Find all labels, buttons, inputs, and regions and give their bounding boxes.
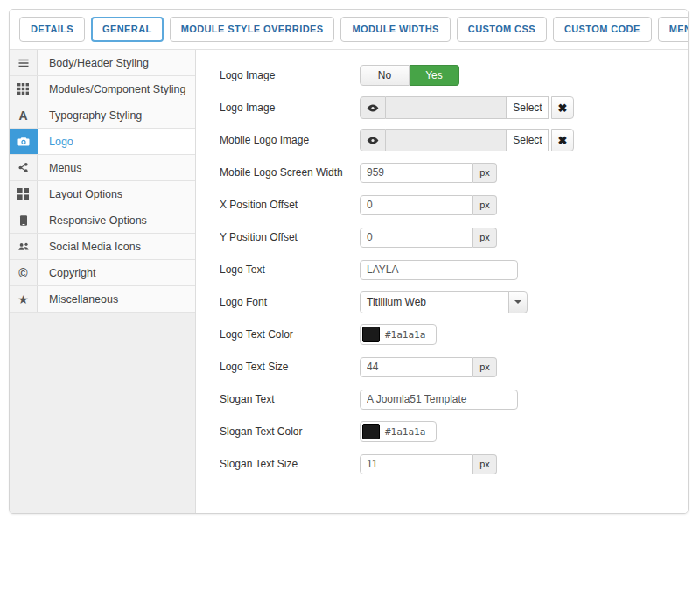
px-unit-addon: px [473, 357, 497, 377]
logo-image-no-button[interactable]: No [360, 65, 410, 86]
x-offset-input[interactable] [360, 195, 473, 215]
row-slogan-text-color: Slogan Text Color #1a1a1a [220, 420, 688, 443]
sidebar-item-label: Typography Styling [38, 102, 195, 128]
sidebar-item-layout-options[interactable]: Layout Options [10, 181, 195, 207]
field-label: Mobile Logo Image [220, 134, 360, 146]
sidebar-item-label: Menus [38, 155, 195, 180]
tab-general[interactable]: GENERAL [91, 17, 164, 42]
field-label: Y Position Offset [220, 231, 360, 243]
sidebar-item-copyright[interactable]: © Copyright [10, 260, 195, 286]
logo-text-color-picker[interactable]: #1a1a1a [360, 324, 437, 345]
chevron-down-icon [514, 300, 522, 304]
logo-font-value[interactable]: Titillium Web [360, 291, 509, 313]
color-swatch [362, 327, 380, 342]
field-label: X Position Offset [220, 199, 360, 211]
template-settings-panel: DETAILS GENERAL MODULE STYLE OVERRIDES M… [9, 9, 689, 514]
grid-2x2-icon [10, 181, 38, 207]
menu-lines-icon [10, 50, 38, 75]
star-icon: ★ [10, 286, 38, 312]
tablet-icon [10, 207, 38, 233]
row-slogan-text: Slogan Text [220, 388, 688, 411]
sidebar-item-responsive-options[interactable]: Responsive Options [10, 207, 195, 234]
logo-image-toggle: No Yes [360, 65, 459, 86]
tab-module-widths[interactable]: MODULE WIDTHS [340, 17, 450, 42]
settings-sidebar: Body/Header Styling Modules/Component St… [10, 50, 196, 513]
sidebar-item-menus[interactable]: Menus [10, 155, 195, 181]
sidebar-item-label: Responsive Options [38, 207, 195, 233]
mobile-logo-clear-button[interactable]: ✖ [551, 129, 574, 151]
row-logo-text-size: Logo Text Size px [220, 355, 688, 378]
row-x-position-offset: X Position Offset px [220, 193, 688, 216]
sidebar-item-modules-component-styling[interactable]: Modules/Component Styling [10, 76, 195, 102]
camera-icon [10, 129, 38, 154]
mobile-logo-width-input[interactable] [360, 163, 473, 183]
row-logo-image-toggle: Logo Image No Yes [220, 64, 688, 87]
field-label: Logo Font [220, 296, 360, 308]
tab-custom-css[interactable]: CUSTOM CSS [457, 17, 547, 42]
sidebar-item-social-media-icons[interactable]: Social Media Icons [10, 234, 195, 260]
slogan-text-size-input[interactable] [360, 454, 473, 474]
field-label: Logo Text [220, 263, 360, 276]
sidebar-item-label: Copyright [38, 260, 195, 285]
row-y-position-offset: Y Position Offset px [220, 226, 688, 249]
logo-image-media-field: Select ✖ [360, 96, 574, 119]
px-unit-addon: px [473, 163, 497, 183]
logo-image-path-input[interactable] [386, 96, 507, 119]
tab-bar: DETAILS GENERAL MODULE STYLE OVERRIDES M… [10, 10, 688, 50]
letter-a-icon: A [10, 102, 38, 128]
tab-custom-code[interactable]: CUSTOM CODE [553, 17, 652, 42]
sidebar-item-miscellaneous[interactable]: ★ Miscellaneous [10, 286, 195, 313]
sidebar-filler [10, 313, 195, 513]
px-unit-addon: px [473, 454, 497, 474]
y-offset-input[interactable] [360, 228, 473, 248]
mobile-logo-path-input[interactable] [386, 129, 507, 151]
tab-module-style-overrides[interactable]: MODULE STYLE OVERRIDES [170, 17, 335, 42]
mobile-logo-media-field: Select ✖ [360, 129, 574, 151]
slogan-text-input[interactable] [360, 390, 518, 410]
logo-text-input[interactable] [360, 260, 518, 280]
preview-eye-icon[interactable] [360, 129, 386, 151]
logo-font-select[interactable]: Titillium Web [360, 291, 528, 313]
color-hex-value: #1a1a1a [385, 329, 425, 341]
row-logo-text-color: Logo Text Color #1a1a1a [220, 323, 688, 346]
users-icon [10, 234, 38, 259]
field-label: Logo Text Color [220, 328, 360, 341]
row-slogan-text-size: Slogan Text Size px [220, 453, 688, 475]
tab-menu-assignment[interactable]: MENU ASSIGNMENT [658, 17, 689, 42]
grid-3x3-icon [10, 76, 38, 102]
field-label: Mobile Logo Screen Width [220, 166, 360, 179]
color-hex-value: #1a1a1a [385, 426, 425, 438]
sidebar-item-body-header-styling[interactable]: Body/Header Styling [10, 50, 195, 76]
slogan-text-color-picker[interactable]: #1a1a1a [360, 421, 437, 442]
px-unit-addon: px [473, 195, 497, 215]
field-label: Logo Image [220, 69, 360, 81]
logo-image-clear-button[interactable]: ✖ [551, 96, 574, 119]
copyright-icon: © [10, 260, 38, 285]
mobile-logo-select-button[interactable]: Select [507, 129, 549, 151]
logo-image-select-button[interactable]: Select [507, 96, 549, 119]
field-label: Logo Text Size [220, 361, 360, 373]
sidebar-item-label: Miscellaneous [38, 286, 195, 312]
sidebar-item-label: Body/Header Styling [38, 50, 195, 75]
logo-text-size-input[interactable] [360, 357, 473, 377]
sidebar-item-label: Modules/Component Styling [38, 76, 195, 102]
sidebar-item-typography-styling[interactable]: A Typography Styling [10, 102, 195, 129]
sidebar-item-logo[interactable]: Logo [10, 129, 195, 155]
share-nodes-icon [10, 155, 38, 180]
sidebar-item-label: Layout Options [38, 181, 195, 207]
px-unit-addon: px [473, 228, 497, 248]
field-label: Slogan Text Color [220, 425, 360, 438]
row-logo-image-media: Logo Image Select ✖ [220, 96, 688, 119]
sidebar-item-label: Logo [38, 129, 195, 154]
color-swatch [362, 424, 380, 439]
field-label: Slogan Text [220, 393, 360, 405]
logo-settings-form: Logo Image No Yes Logo Image Select ✖ [196, 50, 688, 513]
dropdown-caret-button[interactable] [508, 291, 528, 313]
sidebar-item-label: Social Media Icons [38, 234, 195, 259]
tab-details[interactable]: DETAILS [19, 17, 85, 42]
preview-eye-icon[interactable] [360, 96, 386, 119]
logo-image-yes-button[interactable]: Yes [410, 65, 459, 86]
field-label: Logo Image [220, 102, 360, 114]
row-mobile-logo-width: Mobile Logo Screen Width px [220, 161, 688, 184]
field-label: Slogan Text Size [220, 458, 360, 470]
